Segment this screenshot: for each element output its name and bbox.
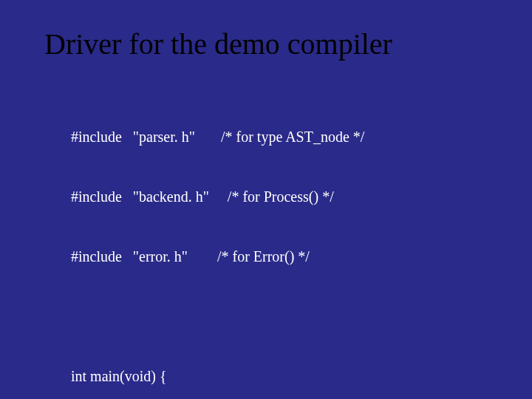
code-line: #include "backend. h" /* for Process() *… xyxy=(71,187,488,207)
code-line: #include "error. h" /* for Error() */ xyxy=(71,247,488,267)
code-line: int main(void) { xyxy=(71,366,488,386)
slide-title: Driver for the demo compiler xyxy=(44,28,488,61)
code-line xyxy=(71,307,488,327)
code-block: #include "parser. h" /* for type AST_nod… xyxy=(71,87,488,399)
slide: Driver for the demo compiler #include "p… xyxy=(0,0,532,399)
code-line: #include "parser. h" /* for type AST_nod… xyxy=(71,127,488,147)
